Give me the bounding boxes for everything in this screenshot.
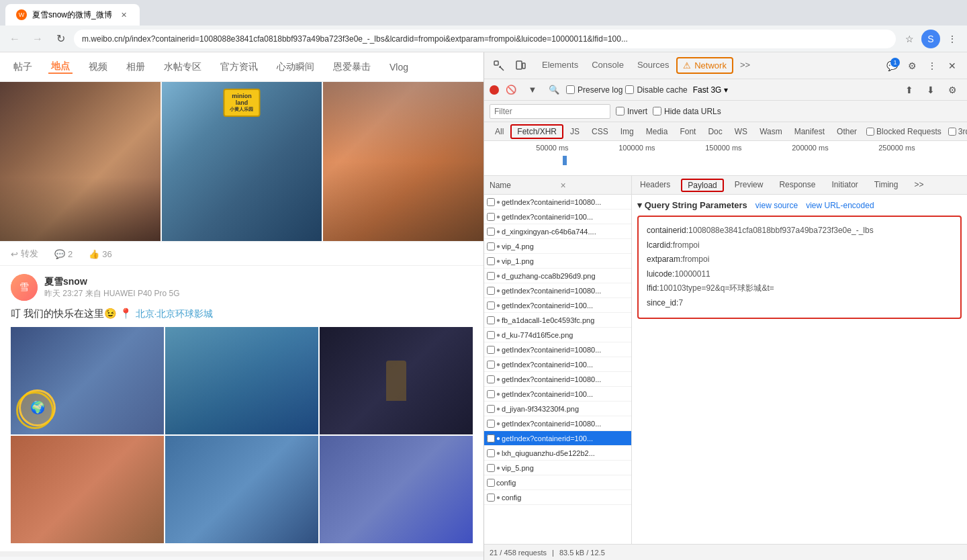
table-row[interactable]: ● getIndex?containerid=10080... [484,416,631,431]
table-row[interactable]: ● d_guzhang-cca8b296d9.png [484,269,631,283]
tab-console[interactable]: Console [585,57,631,74]
row-checkbox[interactable] [487,228,495,236]
photo-cell-2[interactable]: minion land 小黄人乐园 [162,82,322,241]
filter-tab-fetchxhr[interactable]: Fetch/XHR [510,124,563,139]
browser-tab[interactable]: W 夏雪snow的微博_微博 ✕ [5,4,140,26]
bookmark-icon[interactable]: ☆ [900,30,919,48]
photo-c3[interactable] [320,436,473,543]
weibo-nav-official[interactable]: 官方资讯 [218,61,261,73]
filter-tab-media[interactable]: Media [641,126,674,138]
disable-cache-input[interactable] [625,85,634,94]
row-checkbox[interactable] [487,242,495,250]
third-party-check[interactable]: 3rd-party requests [948,127,967,136]
close-name-column[interactable]: × [561,180,627,191]
row-checkbox[interactable] [487,449,495,457]
tab-network[interactable]: ⚠ Network [676,57,733,74]
row-checkbox[interactable] [487,405,495,413]
row-checkbox[interactable] [487,361,495,369]
third-party-input[interactable] [948,128,956,136]
throttle-selector[interactable]: Fast 3G ▾ [693,85,728,95]
detail-tab-preview[interactable]: Preview [727,177,772,193]
row-checkbox[interactable] [487,479,495,487]
row-checkbox[interactable] [487,301,495,310]
filter-tab-ws[interactable]: WS [729,126,753,138]
avatar[interactable]: 雪 [11,274,38,301]
row-checkbox[interactable] [487,316,495,324]
filter-tab-other[interactable]: Other [831,126,862,138]
profile-icon[interactable]: S [921,30,940,48]
detail-tab-more[interactable]: >> [906,177,931,193]
photo-c2[interactable] [165,436,318,543]
photo-cell-3[interactable] [323,82,483,241]
poster-name[interactable]: 夏雪snow [44,276,473,288]
table-row[interactable]: config [484,475,631,490]
detail-tab-headers[interactable]: Headers [632,177,678,193]
forward-button[interactable]: → [28,30,47,48]
view-url-encoded-link[interactable]: view URL-encoded [806,201,874,210]
table-row[interactable]: ● getIndex?containerid=100... [484,298,631,313]
search-button[interactable]: 🔍 [545,81,563,99]
more-options-button[interactable]: ⋮ [923,56,941,75]
filter-tab-doc[interactable]: Doc [702,126,727,138]
photo-b2[interactable] [165,327,318,434]
table-row[interactable]: ● config [484,490,631,505]
weibo-nav-album[interactable]: 相册 [124,61,148,73]
preserve-log-input[interactable] [566,85,575,94]
table-row[interactable]: ● getIndex?containerid=10080... [484,195,631,209]
row-checkbox[interactable] [487,257,495,265]
tab-elements[interactable]: Elements [535,57,585,74]
export-har-button[interactable]: ⬇ [921,81,940,99]
blocked-requests-check[interactable]: Blocked Requests [866,127,941,136]
weibo-nav-moments[interactable]: 心动瞬间 [274,61,317,73]
repost-action[interactable]: ↩ 转发 [11,248,38,260]
table-row[interactable]: ● fb_a1dacall-1e0c4593fc.png [484,313,631,328]
import-har-button[interactable]: ⬆ [900,81,919,99]
table-row[interactable]: ● vip_1.png [484,254,631,269]
filter-tab-font[interactable]: Font [674,126,701,138]
post-location[interactable]: 北京·北京环球影城 [136,308,214,319]
weibo-nav-love[interactable]: 恩爱暴击 [330,61,373,73]
filter-button[interactable]: ▼ [523,81,542,99]
table-row[interactable]: ● getIndex?containerid=10080... [484,372,631,387]
like-action[interactable]: 👍 36 [89,249,111,259]
close-devtools-button[interactable]: ✕ [943,56,962,75]
blocked-requests-input[interactable] [866,128,874,136]
photo-cell-1[interactable] [0,82,160,241]
tab-close-button[interactable]: ✕ [118,9,129,20]
view-source-link[interactable]: view source [755,201,798,210]
filter-tab-wasm[interactable]: Wasm [754,126,788,138]
weibo-nav-location[interactable]: 地点 [48,60,73,74]
weibo-nav-video[interactable]: 视频 [86,61,110,73]
reload-button[interactable]: ↻ [51,30,70,48]
filter-tab-manifest[interactable]: Manifest [789,126,830,138]
network-settings-button[interactable]: ⚙ [943,81,962,99]
row-checkbox[interactable] [487,272,495,280]
inspect-element-button[interactable] [490,56,508,75]
menu-icon[interactable]: ⋮ [943,30,962,48]
table-row[interactable]: ● getIndex?containerid=10080... [484,283,631,298]
table-row[interactable]: ● getIndex?containerid=100... [484,387,631,402]
table-row-selected[interactable]: ● getIndex?containerid=100... [484,431,631,446]
row-checkbox[interactable] [487,213,495,221]
table-row[interactable]: ● d_jiyan-9f343230f4.png [484,402,631,416]
photo-b3[interactable] [320,327,473,434]
detail-tab-payload[interactable]: Payload [681,179,723,192]
hide-urls-checkbox[interactable]: Hide data URLs [653,107,721,116]
clear-button[interactable]: 🚫 [502,81,520,99]
tab-more[interactable]: >> [733,57,757,74]
row-checkbox[interactable] [487,346,495,354]
table-row[interactable]: ● vip_4.png [484,239,631,254]
preserve-log-checkbox[interactable]: Preserve log [566,85,623,95]
detail-tab-initiator[interactable]: Initiator [823,177,866,193]
row-checkbox[interactable] [487,464,495,472]
row-checkbox[interactable] [487,390,495,398]
filter-tab-img[interactable]: Img [615,126,639,138]
row-checkbox[interactable] [487,287,495,295]
detail-tab-response[interactable]: Response [771,177,823,193]
table-row[interactable]: ● getIndex?containerid=10080... [484,342,631,357]
row-checkbox[interactable] [487,198,495,206]
table-row[interactable]: ● lxh_qiuguanzhu-d5e122b2... [484,446,631,461]
record-button[interactable] [490,85,499,95]
comment-action[interactable]: 💬 2 [54,249,73,259]
filter-tab-css[interactable]: CSS [586,126,614,138]
